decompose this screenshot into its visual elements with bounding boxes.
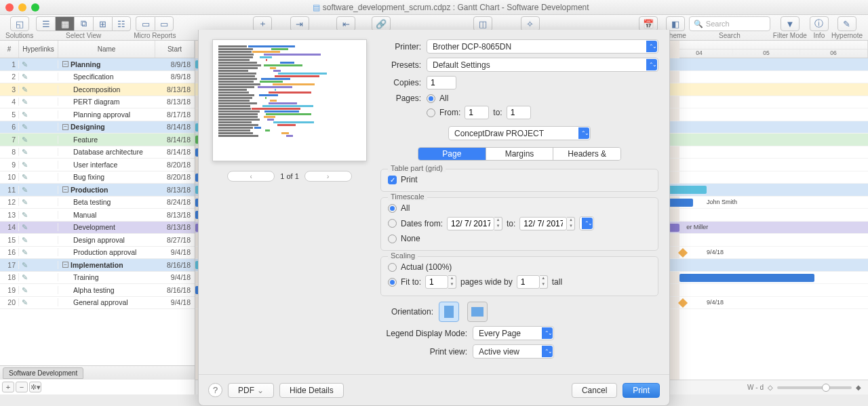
table-row[interactable]: 9✎User interface8/20/18 (0, 159, 195, 171)
orientation-portrait[interactable] (439, 302, 459, 322)
link-button[interactable]: 🔗 (372, 16, 391, 31)
hypernote-button[interactable]: ✎ (837, 16, 856, 31)
orientation-landscape[interactable] (467, 302, 488, 322)
zoom-slider[interactable] (777, 386, 852, 389)
document-tab[interactable]: Software Development (3, 367, 83, 379)
stepper-icon[interactable]: ▲▼ (540, 275, 548, 289)
table-row[interactable]: 7✎Feature8/14/18 (0, 134, 195, 146)
view-btn-4[interactable]: ⊞ (93, 16, 112, 31)
tab-margins[interactable]: Margins (486, 148, 554, 160)
view-btn-5[interactable]: ☷ (112, 16, 131, 31)
zoom-out-icon[interactable]: ◇ (768, 384, 773, 391)
pages-to-input[interactable] (507, 106, 531, 119)
outdent-button[interactable]: ⇤ (336, 16, 355, 31)
filter-button[interactable]: ▼ (781, 16, 800, 31)
app-section-select[interactable]: ConceptDraw PROJECT (448, 126, 591, 140)
window-controls (5, 3, 39, 12)
ts-dates-radio[interactable] (388, 219, 397, 228)
mindmap-button[interactable]: ✧ (521, 16, 540, 31)
pages-from-radio[interactable] (427, 108, 435, 117)
table-row[interactable]: 15✎Design approval8/27/18 (0, 234, 195, 247)
table-row[interactable]: 1✎−Planning8/9/18 (0, 58, 195, 71)
hide-details-button[interactable]: Hide Details (279, 383, 344, 398)
solutions-button[interactable]: ◱ (10, 16, 29, 31)
milestone-icon[interactable] (678, 247, 688, 257)
micro-1[interactable]: ▭ (136, 16, 155, 31)
theme-button[interactable]: ◧ (666, 16, 685, 31)
minimize-icon[interactable] (18, 3, 26, 12)
ts-to-input[interactable] (519, 217, 567, 230)
table-row[interactable]: 18✎Training9/4/18 (0, 272, 195, 285)
ts-all-radio[interactable] (388, 204, 397, 213)
gantt-bar[interactable] (679, 274, 814, 282)
info-button[interactable]: ⓘ (810, 16, 829, 31)
table-row[interactable]: 10✎Bug fixing8/20/18 (0, 171, 195, 184)
table-row[interactable]: 13✎Manual8/13/18 (0, 209, 195, 222)
sc-tall-input[interactable] (517, 275, 540, 289)
stepper-icon[interactable]: ▲▼ (567, 217, 575, 230)
add-button[interactable]: + (2, 382, 14, 392)
print-button[interactable]: Print (623, 383, 660, 398)
micro-2[interactable]: ▭ (155, 16, 174, 31)
col-name[interactable]: Name (58, 41, 155, 58)
pages-from-input[interactable] (465, 106, 489, 119)
table-row[interactable]: 2✎Specification8/9/18 (0, 71, 195, 84)
col-number[interactable]: # (0, 41, 19, 58)
col-start[interactable]: Start (155, 41, 195, 58)
table-row[interactable]: 19✎Alpha testing8/16/18 (0, 284, 195, 297)
diagram-button[interactable]: ◫ (473, 16, 492, 31)
table-row[interactable]: 8✎Database architecture8/14/18 (0, 146, 195, 159)
search-input[interactable]: 🔍Search (689, 16, 770, 31)
calendar-button[interactable]: 📅 (639, 16, 658, 31)
gear-button[interactable]: ✲▾ (29, 382, 41, 392)
print-grid-check[interactable] (388, 176, 397, 184)
next-page-button[interactable]: › (304, 171, 352, 182)
collapse-icon[interactable]: − (62, 124, 68, 130)
table-row[interactable]: 5✎Planning approval8/17/18 (0, 108, 195, 121)
table-row[interactable]: 6✎−Designing8/14/18 (0, 121, 195, 134)
printer-select[interactable]: Brother DCP-8065DN (427, 39, 658, 54)
col-hyperlinks[interactable]: Hyperlinks (19, 41, 58, 58)
maximize-icon[interactable] (31, 3, 39, 12)
pdf-button[interactable]: PDF⌄ (228, 383, 274, 398)
collapse-icon[interactable]: − (62, 61, 68, 67)
stepper-icon[interactable]: ▲▼ (448, 275, 456, 289)
collapse-icon[interactable]: − (62, 262, 68, 268)
prev-page-button[interactable]: ‹ (227, 171, 275, 182)
indent-button[interactable]: ⇥ (290, 16, 309, 31)
view-select[interactable]: Active view (473, 344, 554, 359)
view-btn-gantt[interactable]: ▦ (55, 16, 74, 31)
ts-from-input[interactable] (447, 217, 494, 230)
table-row[interactable]: 20✎General approval9/4/18 (0, 297, 195, 310)
presets-select[interactable]: Default Settings (427, 58, 658, 72)
stepper-icon[interactable]: ▲▼ (494, 217, 502, 230)
table-row[interactable]: 14✎Development8/13/18 (0, 222, 195, 235)
view-btn-1[interactable]: ☰ (36, 16, 55, 31)
table-row[interactable]: 4✎PERT diagram8/13/18 (0, 96, 195, 109)
bar-label: 9/4/18 (707, 249, 724, 256)
table-row[interactable]: 16✎Production approval9/4/18 (0, 247, 195, 260)
table-row[interactable]: 11✎−Production8/13/18 (0, 184, 195, 197)
tab-page[interactable]: Page (418, 148, 486, 160)
sc-fit-radio[interactable] (388, 278, 397, 287)
zoom-in-icon[interactable]: ◆ (856, 384, 861, 391)
add-item-button[interactable]: ＋ (253, 16, 272, 31)
view-btn-3[interactable]: ⧉ (74, 16, 93, 31)
tab-headers-footers[interactable]: Headers & Footers (553, 148, 620, 160)
ts-extra-select[interactable] (579, 216, 594, 230)
cancel-button[interactable]: Cancel (572, 383, 617, 398)
remove-button[interactable]: − (16, 382, 28, 392)
pages-all-radio[interactable] (427, 94, 435, 103)
copies-input[interactable] (427, 76, 456, 89)
sc-actual-radio[interactable] (388, 263, 397, 272)
legend-select[interactable]: Every Page (473, 326, 554, 340)
help-button[interactable]: ? (208, 383, 222, 397)
collapse-icon[interactable]: − (62, 186, 68, 192)
ts-none-radio[interactable] (388, 235, 397, 243)
table-row[interactable]: 3✎Decomposition8/13/18 (0, 83, 195, 96)
close-icon[interactable] (5, 3, 14, 12)
sc-wide-input[interactable] (425, 275, 448, 289)
table-row[interactable]: 12✎Beta testing8/24/18 (0, 197, 195, 209)
milestone-icon[interactable] (678, 298, 688, 307)
table-row[interactable]: 17✎−Implementation8/16/18 (0, 259, 195, 272)
